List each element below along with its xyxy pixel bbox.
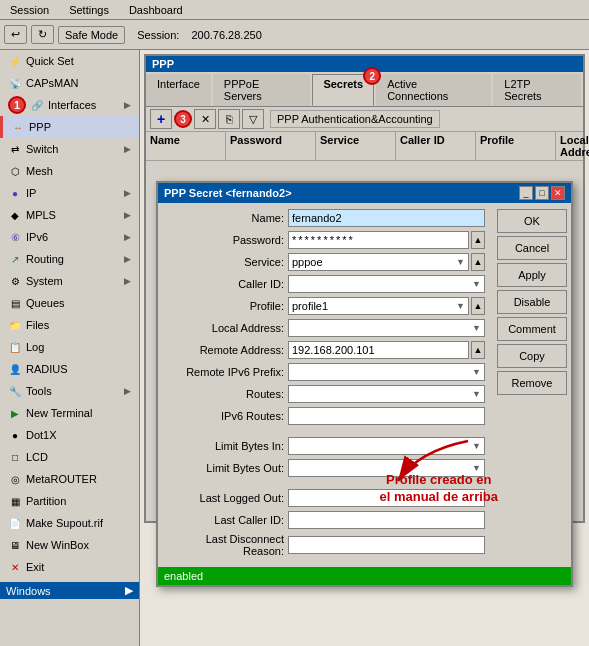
ipv6-routes-label: IPv6 Routes: [164,410,284,422]
sidebar-item-new-winbox[interactable]: 🖥 New WinBox [0,534,139,556]
cancel-button[interactable]: Cancel [497,236,567,260]
sidebar-item-ip[interactable]: ● IP ▶ [0,182,139,204]
profile-value: profile1 [292,300,328,312]
sidebar-item-exit[interactable]: ✕ Exit [0,556,139,578]
menu-settings[interactable]: Settings [63,2,115,18]
sidebar-item-switch[interactable]: ⇄ Switch ▶ [0,138,139,160]
name-field [288,209,485,227]
safe-mode-button[interactable]: Safe Mode [58,26,125,44]
sidebar-item-lcd[interactable]: □ LCD [0,446,139,468]
routing-icon: ↗ [8,252,22,266]
ipv6-expand-icon: ▶ [124,232,131,242]
sidebar-item-quick-set[interactable]: ⚡ Quick Set [0,50,139,72]
sidebar-item-log[interactable]: 📋 Log [0,336,139,358]
sidebar-item-label: RADIUS [26,363,68,375]
tab-active-connections[interactable]: Active Connections [376,74,491,106]
sidebar-item-radius[interactable]: 👤 RADIUS [0,358,139,380]
sidebar-item-interfaces[interactable]: 1 🔗 Interfaces ▶ [0,94,139,116]
name-input[interactable] [288,209,485,227]
caller-id-select[interactable]: ▼ [288,275,485,293]
password-scroll-up[interactable]: ▲ [471,231,485,249]
new-winbox-icon: 🖥 [8,538,22,552]
remove-button[interactable]: Remove [497,371,567,395]
ppp-window: PPP Interface PPPoE Servers Secrets 2 Ac… [144,54,585,523]
windows-section: Windows ▶ [0,582,139,599]
service-scroll-up[interactable]: ▲ [471,253,485,271]
ppp-icon: ↔ [11,120,25,134]
sidebar-item-partition[interactable]: ▦ Partition [0,490,139,512]
ipv6-routes-field [288,407,485,425]
sidebar-item-label: IP [26,187,36,199]
sidebar-item-mpls[interactable]: ◆ MPLS ▶ [0,204,139,226]
add-button[interactable]: + [150,109,172,129]
dot1x-icon: ● [8,428,22,442]
sidebar-item-capsman[interactable]: 📡 CAPsMAN [0,72,139,94]
apply-button[interactable]: Apply [497,263,567,287]
sidebar-item-mesh[interactable]: ⬡ Mesh [0,160,139,182]
minimize-button[interactable]: _ [519,186,533,200]
last-logged-out-label: Last Logged Out: [164,492,284,504]
capsman-icon: 📡 [8,76,22,90]
sidebar-item-metarouter[interactable]: ◎ MetaROUTER [0,468,139,490]
sidebar-item-label: New Terminal [26,407,92,419]
content-area: PPP Interface PPPoE Servers Secrets 2 Ac… [140,50,589,646]
sidebar-item-routing[interactable]: ↗ Routing ▶ [0,248,139,270]
disable-button[interactable]: Disable [497,290,567,314]
switch-icon: ⇄ [8,142,22,156]
queues-icon: ▤ [8,296,22,310]
remote-ipv6-label: Remote IPv6 Prefix: [164,366,284,378]
last-disconnect-input[interactable] [288,536,485,554]
tab-l2tp-secrets[interactable]: L2TP Secrets [493,74,581,106]
last-caller-id-input[interactable] [288,511,485,529]
remote-ipv6-row: Remote IPv6 Prefix: ▼ [164,363,485,381]
service-select[interactable]: pppoe ▼ [288,253,469,271]
maximize-button[interactable]: □ [535,186,549,200]
sidebar-item-queues[interactable]: ▤ Queues [0,292,139,314]
redo-button[interactable]: ↻ [31,25,54,44]
close-button[interactable]: ✕ [551,186,565,200]
routes-select[interactable]: ▼ [288,385,485,403]
local-address-row: Local Address: ▼ [164,319,485,337]
sidebar-item-system[interactable]: ⚙ System ▶ [0,270,139,292]
sidebar-item-new-terminal[interactable]: ▶ New Terminal [0,402,139,424]
sidebar-item-label: Switch [26,143,58,155]
radius-icon: 👤 [8,362,22,376]
remote-address-scroll-up[interactable]: ▲ [471,341,485,359]
sidebar-item-ipv6[interactable]: ⑥ IPv6 ▶ [0,226,139,248]
undo-button[interactable]: ↩ [4,25,27,44]
tab-pppoe-servers[interactable]: PPPoE Servers [213,74,311,106]
ppp-auth-label: PPP Authentication&Accounting [270,110,440,128]
profile-select[interactable]: profile1 ▼ [288,297,469,315]
sidebar-item-files[interactable]: 📁 Files [0,314,139,336]
routes-label: Routes: [164,388,284,400]
sidebar-item-tools[interactable]: 🔧 Tools ▶ [0,380,139,402]
last-caller-id-label: Last Caller ID: [164,514,284,526]
last-caller-id-row: Last Caller ID: [164,511,485,529]
password-input[interactable] [288,231,469,249]
caller-id-row: Caller ID: ▼ [164,275,485,293]
remote-address-input[interactable] [288,341,469,359]
tab-interface[interactable]: Interface [146,74,211,106]
tab-secrets[interactable]: Secrets 2 [312,74,374,106]
modal-title: PPP Secret <fernando2> _ □ ✕ [158,183,571,203]
ok-button[interactable]: OK [497,209,567,233]
copy-button[interactable]: Copy [497,344,567,368]
remote-ipv6-select[interactable]: ▼ [288,363,485,381]
menu-dashboard[interactable]: Dashboard [123,2,189,18]
local-address-select[interactable]: ▼ [288,319,485,337]
local-address-dropdown-icon: ▼ [472,323,481,333]
menu-session[interactable]: Session [4,2,55,18]
ipv6-routes-input[interactable] [288,407,485,425]
sidebar-item-dot1x[interactable]: ● Dot1X [0,424,139,446]
ip-expand-icon: ▶ [124,188,131,198]
delete-button[interactable]: ✕ [194,109,216,129]
table-content: PPP Secret <fernando2> _ □ ✕ [146,161,583,521]
modal-buttons: OK Cancel Apply Disable Comment Copy Rem… [491,203,571,567]
profile-scroll-up[interactable]: ▲ [471,297,485,315]
comment-button[interactable]: Comment [497,317,567,341]
filter-button[interactable]: ▽ [242,109,264,129]
sidebar-item-ppp[interactable]: ↔ PPP [0,116,139,138]
sidebar-item-make-supout[interactable]: 📄 Make Supout.rif [0,512,139,534]
limit-bytes-in-select[interactable]: ▼ [288,437,485,455]
copy-toolbar-button[interactable]: ⎘ [218,109,240,129]
